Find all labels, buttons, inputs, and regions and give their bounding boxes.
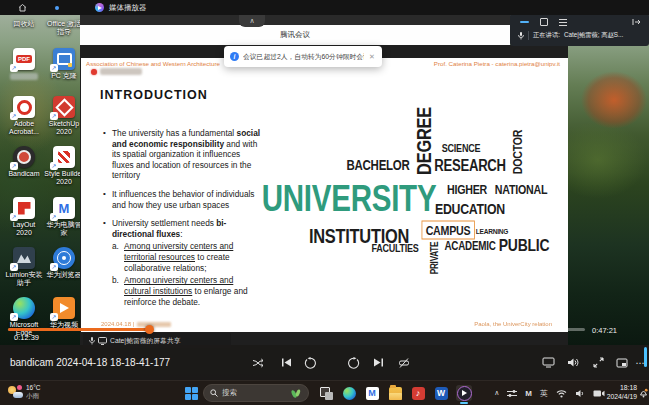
- desktop-icon-acrobat[interactable]: ↗Adobe Acrobat...: [4, 96, 44, 137]
- system-tray: ∧ M 英: [494, 385, 605, 401]
- recording-indicator: [91, 68, 142, 75]
- wordcloud-word: ACADEMIC: [444, 239, 495, 253]
- shuffle-button[interactable]: [248, 345, 268, 380]
- wordcloud-word: LEARNING: [476, 227, 508, 236]
- taskbar-icon-player[interactable]: [456, 385, 472, 401]
- microphone-icon: [89, 337, 95, 345]
- member-list-icon[interactable]: [559, 19, 567, 26]
- search-highlight-icon: [290, 387, 302, 399]
- shortcut-arrow-icon: ↗: [50, 64, 58, 72]
- next-track-button[interactable]: [368, 345, 388, 380]
- desktop-icon-browser[interactable]: ↗华为浏览器: [44, 247, 84, 279]
- meeting-window-titlebar[interactable]: 腾讯会议: [80, 25, 510, 45]
- wifi-icon[interactable]: [556, 389, 567, 398]
- slide-bullet: •It influences the behavior of individua…: [103, 189, 261, 210]
- volume-tray-icon[interactable]: [575, 389, 585, 398]
- meeting-collapse-button[interactable]: ∧: [239, 15, 265, 27]
- repeat-off-button[interactable]: [394, 345, 414, 380]
- shortcut-arrow-icon: ↗: [10, 64, 18, 72]
- previous-track-button[interactable]: [276, 345, 296, 380]
- redacted-name: [100, 68, 142, 75]
- player-app-title: 媒体播放器: [109, 3, 147, 13]
- cast-to-device-button[interactable]: [538, 345, 558, 380]
- taskbar-icon-netease[interactable]: ♪: [410, 385, 426, 401]
- taskbar-icon-edge[interactable]: [341, 385, 357, 401]
- netease-icon: ♪: [412, 387, 425, 400]
- desktop-icon-labelonly[interactable]: Office 激活指导: [44, 18, 84, 37]
- desktop-icon-labelonly[interactable]: 回收站: [4, 18, 44, 28]
- taskbar-clock[interactable]: 18:18 2024/4/19: [607, 384, 637, 402]
- desktop-icon-bandicam[interactable]: ↗Bandicam: [4, 146, 44, 178]
- wordcloud-word: DEGREE: [413, 107, 436, 175]
- slide-bullet-list: •The university has a fundamental social…: [103, 128, 261, 315]
- exit-panel-icon[interactable]: [632, 18, 641, 26]
- desktop-icon-label: Bandicam: [4, 170, 44, 178]
- meeting-floating-panel: 正在讲话: Cate|鲍雷薇; 高赵S...: [510, 13, 649, 46]
- weather-widget[interactable]: 16°C 小雨: [8, 384, 41, 400]
- hidden-icons-chevron[interactable]: ∧: [494, 389, 499, 397]
- taskbar-icon-word[interactable]: W: [433, 385, 449, 401]
- desktop-icon-edge[interactable]: ↗Microsoft Edge: [4, 297, 44, 338]
- taskbar-icon-pcmgr[interactable]: M: [364, 385, 380, 401]
- volume-button[interactable]: [563, 345, 583, 380]
- volume-slider[interactable]: [644, 347, 647, 367]
- speaking-names: Cate|鲍雷薇; 高赵S...: [564, 31, 623, 40]
- search-box[interactable]: 搜索: [203, 384, 309, 402]
- desktop-icon-label: SketchUp 2020: [44, 120, 84, 137]
- desktop-icon-label: Style Builder 2020: [44, 170, 84, 187]
- clock-time: 18:18: [607, 384, 637, 393]
- wordcloud-word: UNIVERSITY: [262, 178, 437, 220]
- shortcut-arrow-icon: ↗: [10, 162, 18, 170]
- meeting-window-title: 腾讯会议: [280, 30, 310, 40]
- shortcut-arrow-icon: ↗: [10, 213, 18, 221]
- desktop-icon-hisuite[interactable]: ↗PC 克隆: [44, 48, 84, 80]
- weather-condition: 小雨: [26, 392, 41, 400]
- shortcut-arrow-icon: ↗: [10, 112, 18, 120]
- fullscreen-button[interactable]: [588, 345, 608, 380]
- seek-thumb[interactable]: [145, 325, 154, 334]
- sliders-tray-icon[interactable]: [507, 389, 517, 398]
- pc-manager-tray-icon[interactable]: M: [525, 389, 532, 398]
- toast-text: 会议已超过2人，自动转为60分钟限时会议。: [243, 52, 364, 62]
- search-icon: [210, 389, 218, 397]
- recorder-tray-icon[interactable]: [593, 389, 605, 398]
- slide-footer-left: 2024.04.18 |: [101, 321, 171, 327]
- skip-back-button[interactable]: [300, 345, 320, 380]
- shortcut-arrow-icon: ↗: [50, 263, 58, 271]
- meeting-toast: i 会议已超过2人，自动转为60分钟限时会议。 ✕: [224, 46, 382, 67]
- presentation-slide: Association of Chinese and Western Archi…: [81, 58, 568, 332]
- wordcloud-word: DOCTOR: [510, 130, 525, 175]
- shortcut-arrow-icon: ↗: [50, 162, 58, 170]
- taskbar-icon-taskview[interactable]: [318, 385, 334, 401]
- desktop-icon-label: 华为电脑管家: [44, 221, 84, 238]
- edge-icon: [343, 387, 356, 400]
- desktop-icon-pcmanager[interactable]: ↗华为电脑管家: [44, 197, 84, 238]
- desktop-icon-sketchup[interactable]: ↗SketchUp 2020: [44, 96, 84, 137]
- share-banner-text: Cate|鲍雷薇的屏幕共享: [110, 336, 181, 346]
- shortcut-arrow-icon: ↗: [50, 112, 58, 120]
- redacted-icon-label: [10, 73, 38, 80]
- wordcloud-word: CAMPUS: [422, 221, 475, 240]
- ime-indicator[interactable]: 英: [540, 388, 548, 399]
- desktop-icon-label: Office 激活指导: [44, 20, 84, 37]
- taskbar-apps: M♪W: [318, 385, 472, 401]
- wordcloud-word: EDUCATION: [435, 200, 505, 217]
- notification-bell-icon[interactable]: [639, 388, 648, 398]
- video-window-icon[interactable]: [540, 18, 548, 26]
- taskbar-icon-folder[interactable]: [387, 385, 403, 401]
- desktop-icon-hivideo[interactable]: ↗华为视频: [44, 297, 84, 329]
- start-button[interactable]: [185, 387, 198, 400]
- taskview-icon: [320, 387, 333, 400]
- mini-player-button[interactable]: [612, 345, 632, 380]
- desktop-icon-layout[interactable]: ↗LayOut 2020: [4, 197, 44, 238]
- seek-bar[interactable]: [8, 328, 585, 331]
- desktop-icon-stylebuilder[interactable]: ↗Style Builder 2020: [44, 146, 84, 187]
- accent-dot-icon: [55, 6, 59, 10]
- slide-title: INTRODUCTION: [100, 88, 208, 102]
- desktop-icon-pdf[interactable]: ↗: [4, 48, 44, 80]
- audio-level-icon[interactable]: [520, 21, 529, 24]
- home-icon[interactable]: [18, 3, 27, 12]
- desktop-icon-lumion[interactable]: ↗Lumion安装助手: [4, 247, 44, 288]
- toast-close-icon[interactable]: ✕: [368, 53, 376, 61]
- skip-forward-button[interactable]: [344, 345, 364, 380]
